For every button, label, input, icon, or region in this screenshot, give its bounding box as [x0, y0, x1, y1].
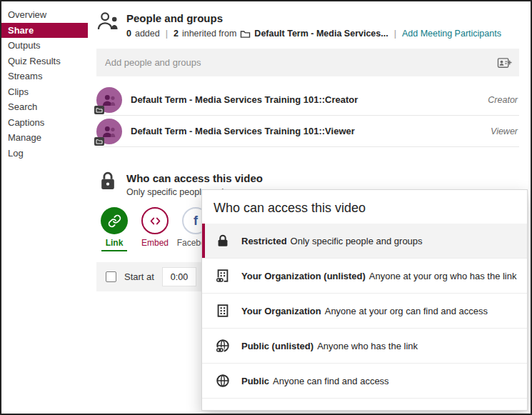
option-label: Public — [241, 376, 269, 386]
add-contact-icon[interactable] — [496, 56, 512, 70]
option-restricted[interactable]: Restricted Only specific people and grou… — [202, 224, 527, 259]
option-your-organization-unlisted[interactable]: Your Organization (unlisted) Anyone at y… — [202, 259, 527, 294]
option-description: Anyone can find and access — [273, 376, 389, 386]
option-text: Your Organization Anyone at your org can… — [241, 306, 488, 316]
option-your-organization[interactable]: Your Organization Anyone at your org can… — [202, 294, 527, 329]
share-method-tabs: Link Embed f Facebook — [96, 207, 214, 251]
access-section-title: Who can access this video — [126, 172, 263, 184]
sidebar-item-share[interactable]: Share — [1, 23, 88, 39]
inherited-count: 2 — [174, 29, 179, 39]
option-label: Your Organization (unlisted) — [241, 271, 366, 281]
tab-label: Link — [106, 238, 124, 248]
sidebar-item-outputs[interactable]: Outputs — [1, 38, 88, 54]
tab-label: Embed — [141, 238, 169, 248]
option-label: Restricted — [241, 236, 287, 246]
permission-entry-row[interactable]: Default Term - Media Services Training 1… — [96, 84, 519, 116]
option-label: Your Organization — [241, 306, 321, 316]
sidebar-item-clips[interactable]: Clips — [1, 84, 88, 100]
option-text: Your Organization (unlisted) Anyone at y… — [241, 271, 517, 281]
people-meta-line: 0 added | 2 inherited from Default Term … — [126, 29, 501, 39]
sidebar-item-quiz-results[interactable]: Quiz Results — [1, 54, 88, 69]
separator: | — [164, 29, 170, 39]
sidebar-item-search[interactable]: Search — [1, 99, 88, 115]
embed-code-icon — [141, 207, 169, 234]
added-count: 0 — [126, 29, 131, 39]
organization-link-icon — [214, 267, 231, 284]
folder-badge-icon — [94, 137, 104, 146]
group-avatar — [96, 119, 122, 144]
organization-icon — [214, 302, 231, 319]
tab-link[interactable]: Link — [96, 207, 132, 251]
option-text: Public Anyone can find and access — [241, 376, 389, 386]
folder-badge-icon — [94, 106, 104, 114]
inherited-label: inherited from — [182, 29, 236, 39]
people-group-icon — [96, 11, 120, 34]
permission-entries-list: Default Term - Media Services Training 1… — [96, 84, 519, 147]
option-text: Public (unlisted) Anyone who has the lin… — [241, 341, 418, 351]
sidebar-item-log[interactable]: Log — [1, 146, 88, 161]
entry-name: Default Term - Media Services Training 1… — [131, 94, 358, 105]
dropdown-title: Who can access this video — [202, 190, 527, 224]
added-label: added — [135, 29, 160, 39]
lock-icon — [99, 170, 117, 195]
sidebar-item-manage[interactable]: Manage — [1, 130, 88, 146]
link-icon — [101, 207, 128, 234]
start-at-checkbox[interactable] — [106, 271, 116, 282]
option-text: Restricted Only specific people and grou… — [241, 236, 423, 246]
people-section-title: People and groups — [126, 12, 223, 24]
sidebar-item-captions[interactable]: Captions — [1, 115, 88, 131]
sidebar-item-streams[interactable]: Streams — [1, 69, 88, 84]
globe-icon — [214, 372, 231, 389]
add-meeting-participants-link[interactable]: Add Meeting Participants — [402, 29, 501, 39]
option-description: Anyone at your org who has the link — [369, 271, 517, 281]
globe-link-icon — [214, 337, 231, 354]
option-label: Public (unlisted) — [241, 341, 313, 351]
sidebar: Overview Share Outputs Quiz Results Stre… — [1, 7, 88, 161]
sidebar-item-overview[interactable]: Overview — [1, 7, 88, 23]
option-description: Anyone who has the link — [317, 341, 418, 351]
add-people-search — [96, 49, 519, 76]
inherited-source-link[interactable]: Default Term - Media Services... — [254, 29, 388, 39]
start-at-label: Start at — [124, 271, 154, 282]
access-dropdown-panel: Who can access this video Restricted Onl… — [201, 189, 528, 411]
lock-icon — [214, 232, 231, 249]
permission-entry-row[interactable]: Default Term - Media Services Training 1… — [96, 116, 519, 147]
option-public-unlisted[interactable]: Public (unlisted) Anyone who has the lin… — [202, 329, 527, 364]
entry-role[interactable]: Viewer — [491, 126, 519, 136]
share-settings-window: Overview Share Outputs Quiz Results Stre… — [0, 0, 532, 415]
entry-role[interactable]: Creator — [488, 95, 519, 105]
add-people-input[interactable] — [96, 49, 519, 76]
active-tab-underline — [101, 250, 127, 251]
separator: | — [392, 29, 398, 39]
start-at-time-input[interactable] — [162, 267, 196, 286]
entry-name: Default Term - Media Services Training 1… — [131, 126, 355, 136]
option-public[interactable]: Public Anyone can find and access — [202, 364, 527, 399]
option-description: Anyone at your org can find and access — [325, 306, 488, 316]
folder-icon — [240, 29, 251, 39]
tab-embed[interactable]: Embed — [137, 207, 173, 251]
option-description: Only specific people and groups — [291, 236, 423, 246]
group-avatar — [96, 87, 122, 113]
